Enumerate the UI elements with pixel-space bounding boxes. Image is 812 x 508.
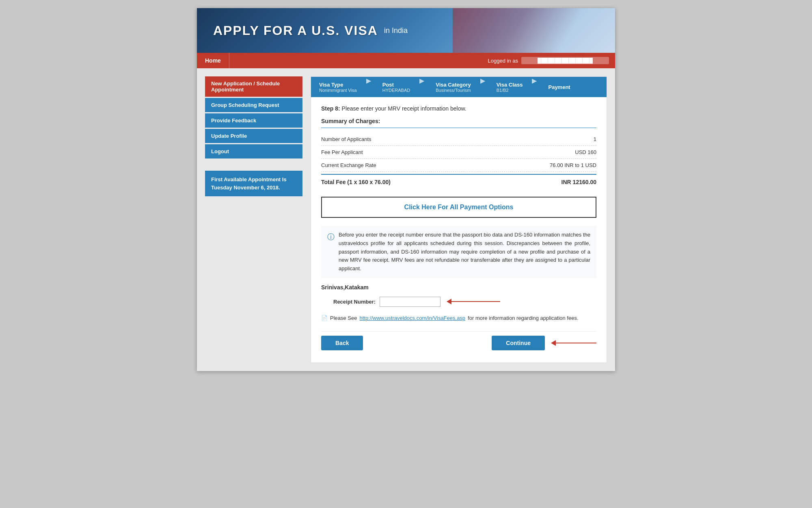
payment-options-link[interactable]: Click Here For All Payment Options	[404, 204, 514, 211]
breadcrumb-bar: Visa Type Nonimmigrant Visa ▶ Post HYDER…	[311, 77, 607, 97]
info-notice: ⓘ Before you enter the receipt number en…	[321, 226, 596, 278]
receipt-row: Receipt Number:	[321, 297, 596, 307]
charges-list: Number of Applicants 1 Fee Per Applicant…	[321, 133, 596, 189]
sidebar-item-group-scheduling[interactable]: Group Scheduling Request	[205, 98, 302, 112]
logged-in-section: Logged in as ████████████████	[488, 57, 615, 64]
breadcrumb-post[interactable]: Post HYDERABAD	[374, 77, 416, 97]
arrow-line	[451, 301, 500, 302]
charge-label-applicants: Number of Applicants	[321, 136, 371, 142]
breadcrumb-arrow-4: ▶	[532, 77, 537, 97]
info-notice-text: Before you enter the receipt number ensu…	[339, 231, 590, 273]
sidebar-info-box: First Available Appointment Is Tuesday N…	[205, 171, 302, 196]
applicant-name: Srinivas,Katakam	[321, 284, 596, 291]
charge-value-applicants: 1	[594, 136, 596, 142]
breadcrumb-arrow-3: ▶	[480, 77, 485, 97]
btn-row-right: Continue	[492, 336, 596, 350]
visa-fees-prefix: Please See	[330, 315, 357, 321]
document-icon: 📄	[321, 315, 328, 321]
visa-fees-note: 📄 Please See http://www.ustraveldocs.com…	[321, 315, 596, 321]
step-description: Please enter your MRV receipt informatio…	[342, 105, 466, 112]
arrow-head-left	[447, 299, 451, 304]
charge-label-exchange: Current Exchange Rate	[321, 162, 376, 168]
content-body: Step 8: Please enter your MRV receipt in…	[311, 97, 607, 363]
charge-label-fee: Fee Per Applicant	[321, 149, 363, 155]
logged-in-label: Logged in as	[488, 58, 518, 64]
logged-in-value: ████████████████	[521, 57, 609, 64]
sidebar-item-new-application[interactable]: New Application / Schedule Appointment	[205, 76, 302, 97]
receipt-number-input[interactable]	[380, 297, 441, 307]
charge-row-fee: Fee Per Applicant USD 160	[321, 146, 596, 159]
breadcrumb-visa-category[interactable]: Visa Category Business/Tourism	[428, 77, 477, 97]
header-banner: APPLY FOR A U.S. VISA in India	[197, 8, 615, 53]
step-text: Step 8: Please enter your MRV receipt in…	[321, 105, 596, 112]
sidebar-item-logout[interactable]: Logout	[205, 144, 302, 158]
visa-fees-suffix: for more information regarding applicati…	[468, 315, 578, 321]
continue-arrow-head	[551, 340, 556, 346]
charge-value-fee: USD 160	[575, 149, 596, 155]
receipt-arrow-indicator	[447, 299, 500, 304]
breadcrumb-payment[interactable]: Payment	[540, 77, 576, 97]
header-subtitle: in India	[384, 26, 408, 35]
charge-row-applicants: Number of Applicants 1	[321, 133, 596, 146]
content-area: Visa Type Nonimmigrant Visa ▶ Post HYDER…	[311, 76, 607, 363]
button-row: Back Continue	[321, 331, 596, 354]
visa-fees-link[interactable]: http://www.ustraveldocs.com/in/VisaFees.…	[360, 315, 466, 321]
total-row: Total Fee (1 x 160 x 76.00) INR 12160.00	[321, 174, 596, 189]
breadcrumb-visa-class[interactable]: Visa Class B1/B2	[488, 77, 529, 97]
main-layout: New Application / Schedule Appointment G…	[197, 68, 615, 371]
header-title: APPLY FOR A U.S. VISA	[213, 23, 378, 38]
continue-arrow-indicator	[551, 340, 596, 346]
sidebar-item-provide-feedback[interactable]: Provide Feedback	[205, 113, 302, 128]
charge-row-exchange: Current Exchange Rate 76.00 INR to 1 USD	[321, 159, 596, 172]
breadcrumb-arrow-1: ▶	[366, 77, 371, 97]
total-label: Total Fee (1 x 160 x 76.00)	[321, 179, 391, 185]
step-prefix: Step 8:	[321, 105, 340, 112]
continue-button[interactable]: Continue	[492, 336, 545, 350]
page-wrapper: APPLY FOR A U.S. VISA in India Home Logg…	[197, 8, 615, 371]
total-value: INR 12160.00	[561, 179, 596, 185]
sidebar: New Application / Schedule Appointment G…	[205, 76, 302, 363]
info-icon: ⓘ	[327, 231, 335, 273]
breadcrumb-arrow-2: ▶	[419, 77, 424, 97]
charge-value-exchange: 76.00 INR to 1 USD	[550, 162, 596, 168]
sidebar-item-update-profile[interactable]: Update Profile	[205, 129, 302, 143]
nav-bar: Home Logged in as ████████████████	[197, 53, 615, 68]
back-button[interactable]: Back	[321, 336, 363, 350]
breadcrumb-visa-type[interactable]: Visa Type Nonimmigrant Visa	[311, 77, 363, 97]
summary-title: Summary of Charges:	[321, 118, 596, 128]
continue-arrow-line	[556, 343, 596, 343]
home-nav-item[interactable]: Home	[197, 53, 229, 68]
receipt-label: Receipt Number:	[333, 299, 376, 305]
payment-options-box[interactable]: Click Here For All Payment Options	[321, 197, 596, 218]
